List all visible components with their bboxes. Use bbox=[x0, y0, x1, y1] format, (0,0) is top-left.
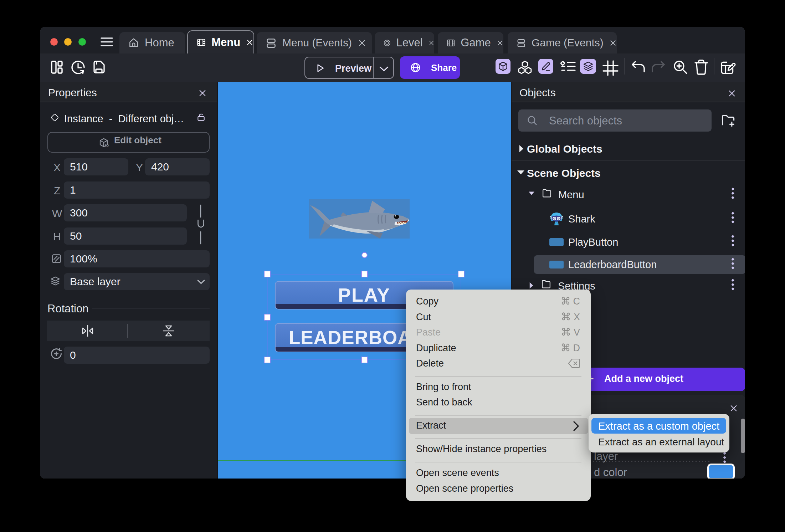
svg-text:2D: 2D bbox=[105, 144, 109, 147]
